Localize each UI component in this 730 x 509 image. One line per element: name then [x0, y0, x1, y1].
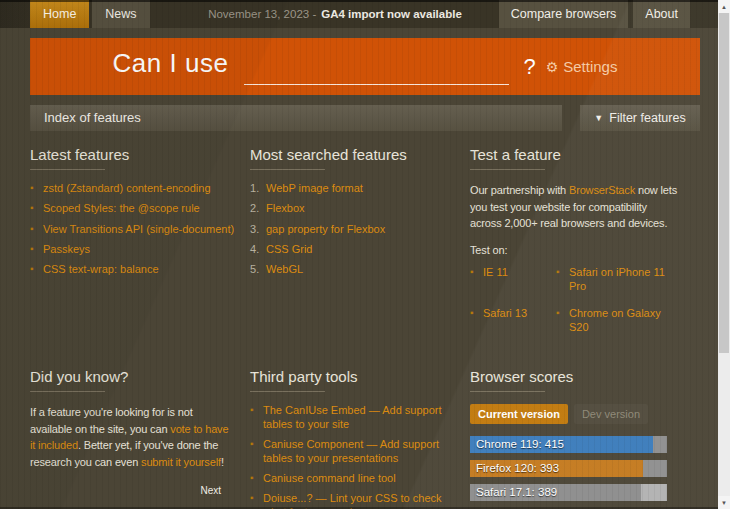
section-divider [30, 391, 105, 392]
list-item: gap property for Flexbox [250, 223, 455, 237]
list-item: Flexbox [250, 202, 455, 216]
feature-link[interactable]: zstd (Zstandard) content-encoding [43, 182, 211, 194]
tab-home-label: Home [43, 7, 76, 21]
firefox-score-label: Firefox 120: 393 [476, 460, 559, 477]
content-columns: Latest features zstd (Zstandard) content… [30, 146, 700, 509]
feature-link[interactable]: Flexbox [266, 202, 305, 214]
list-item: IE 11 [470, 266, 556, 294]
list-item: CSS Grid [250, 243, 455, 257]
submit-link[interactable]: submit it yourself [141, 456, 221, 468]
intro-text: Our partnership with [470, 184, 569, 196]
feature-search-input[interactable] [244, 57, 509, 85]
did-you-know-text: If a feature you're looking for is not a… [30, 404, 235, 470]
list-item: Scoped Styles: the @scope rule [30, 202, 235, 216]
feature-link[interactable]: WebP image format [266, 182, 363, 194]
section-divider [470, 169, 545, 170]
compare-browsers-button[interactable]: Compare browsers [499, 0, 629, 28]
test-on-label: Test on: [470, 242, 680, 259]
top-edge [0, 0, 730, 2]
latest-features-title: Latest features [30, 146, 235, 163]
tool-link[interactable]: Caniuse Component — Add support tables t… [263, 438, 439, 464]
list-item: Safari on iPhone 11 Pro [556, 266, 680, 294]
feature-link[interactable]: WebGL [266, 263, 303, 275]
topbar-buttons: Compare browsers About [499, 0, 690, 28]
section-divider [250, 169, 325, 170]
list-item: zstd (Zstandard) content-encoding [30, 182, 235, 196]
list-item: CSS text-wrap: balance [30, 263, 235, 277]
site-title: Can I use [113, 48, 229, 79]
announcement-date: November 13, 2023 [208, 8, 309, 20]
dyk-text: If a feature you're looking for is not a… [30, 406, 193, 435]
list-item: Caniuse Component — Add support tables t… [250, 438, 455, 466]
test-a-feature-section: Test a feature Our partnership with Brow… [470, 146, 680, 341]
top-bar: Home News November 13, 2023 - GA4 import… [0, 0, 730, 28]
chrome-score-label: Chrome 119: 415 [476, 436, 564, 453]
browserstack-link[interactable]: BrowserStack [569, 184, 635, 196]
test-target-link[interactable]: IE 11 [483, 266, 508, 278]
list-item: Passkeys [30, 243, 235, 257]
section-divider [250, 391, 325, 392]
filter-features-label: Filter features [609, 111, 685, 125]
help-question-mark-link[interactable]: ? [523, 54, 535, 80]
third-party-tools-section: Third party tools The CanIUse Embed — Ad… [250, 368, 455, 509]
version-toggle: Current version Dev version [470, 404, 680, 424]
most-searched-section: Most searched features WebP image format… [250, 146, 455, 341]
current-version-button[interactable]: Current version [470, 404, 568, 424]
filter-funnel-icon: ▼ [594, 113, 603, 123]
search-banner: Can I use ? ⚙ Settings [30, 38, 700, 95]
list-item: View Transitions API (single-document) [30, 223, 235, 237]
next-tip-button[interactable]: Next [200, 485, 221, 496]
tool-link[interactable]: Caniuse command line tool [263, 472, 396, 484]
list-item: WebP image format [250, 182, 455, 196]
settings-label: Settings [563, 58, 617, 75]
feature-link[interactable]: CSS Grid [266, 243, 312, 255]
browser-scores-section: Browser scores Current version Dev versi… [470, 368, 680, 509]
announcement-separator: - [309, 8, 316, 20]
safari-score-bar: Safari 17.1: 389 [470, 484, 667, 501]
announcement: November 13, 2023 - GA4 import now avail… [140, 0, 530, 28]
list-item: WebGL [250, 263, 455, 277]
section-divider [470, 391, 545, 392]
feature-link[interactable]: View Transitions API (single-document) [43, 223, 234, 235]
chrome-score-bar: Chrome 119: 415 [470, 436, 667, 453]
did-you-know-pager: Next [30, 480, 235, 498]
tool-link[interactable]: The CanIUse Embed — Add support tables t… [263, 404, 442, 430]
list-item: The CanIUse Embed — Add support tables t… [250, 404, 455, 432]
feature-link[interactable]: gap property for Flexbox [266, 223, 385, 235]
safari-score-label: Safari 17.1: 389 [476, 484, 557, 501]
did-you-know-section: Did you know? If a feature you're lookin… [30, 368, 235, 509]
gear-icon: ⚙ [546, 59, 559, 75]
latest-features-section: Latest features zstd (Zstandard) content… [30, 146, 235, 341]
scrollbar-down-arrow-icon[interactable]: ▼ [718, 496, 730, 509]
scrollbar-up-arrow-icon[interactable]: ▲ [718, 0, 730, 13]
filter-features-button[interactable]: ▼ Filter features [580, 105, 700, 131]
firefox-score-bar: Firefox 120: 393 [470, 460, 667, 477]
did-you-know-title: Did you know? [30, 368, 235, 385]
test-a-feature-title: Test a feature [470, 146, 680, 163]
vertical-scrollbar[interactable]: ▲ ▼ [718, 0, 730, 509]
settings-button[interactable]: ⚙ Settings [546, 58, 618, 75]
list-item: Safari 13 [470, 307, 556, 335]
list-item: Chrome on Galaxy S20 [556, 307, 680, 335]
index-of-features-bar: Index of features [30, 105, 562, 131]
test-target-link[interactable]: Safari on iPhone 11 Pro [569, 266, 665, 292]
scrollbar-thumb[interactable] [719, 13, 729, 353]
toolbar-row: Index of features ▼ Filter features [30, 105, 700, 131]
tab-news-label: News [105, 7, 136, 21]
test-target-link[interactable]: Chrome on Galaxy S20 [569, 307, 661, 333]
third-party-tools-title: Third party tools [250, 368, 455, 385]
section-divider [30, 169, 105, 170]
tab-home[interactable]: Home [30, 0, 89, 28]
feature-link[interactable]: Passkeys [43, 243, 90, 255]
test-a-feature-intro: Our partnership with BrowserStack now le… [470, 182, 680, 232]
dyk-text: ! [221, 456, 224, 468]
most-searched-title: Most searched features [250, 146, 455, 163]
test-target-link[interactable]: Safari 13 [483, 307, 527, 319]
browser-scores-title: Browser scores [470, 368, 680, 385]
list-item: Caniuse command line tool [250, 472, 455, 486]
feature-link[interactable]: CSS text-wrap: balance [43, 263, 159, 275]
feature-link[interactable]: Scoped Styles: the @scope rule [43, 202, 200, 214]
dev-version-button[interactable]: Dev version [574, 404, 648, 424]
about-button[interactable]: About [633, 0, 690, 28]
announcement-message-link[interactable]: GA4 import now available [321, 8, 462, 20]
